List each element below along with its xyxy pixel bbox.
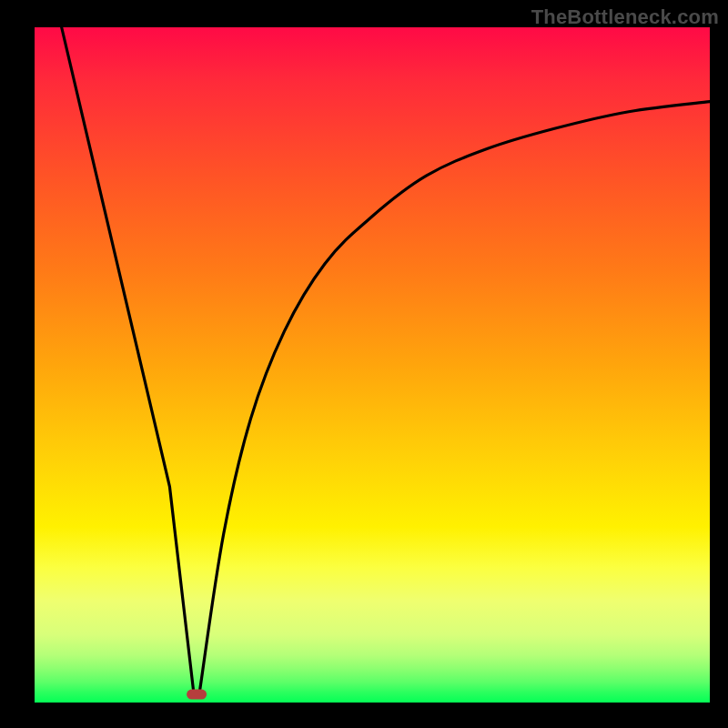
curve-left-descent: [62, 27, 194, 689]
plot-area: [35, 27, 710, 703]
curve-group: [62, 27, 710, 689]
chart-svg: [35, 27, 710, 703]
watermark-text: TheBottleneck.com: [531, 5, 719, 29]
curve-right-rise: [200, 102, 710, 690]
minimum-marker: [187, 690, 207, 700]
chart-frame: TheBottleneck.com: [0, 0, 728, 728]
minimum-marker-shape: [187, 690, 207, 700]
